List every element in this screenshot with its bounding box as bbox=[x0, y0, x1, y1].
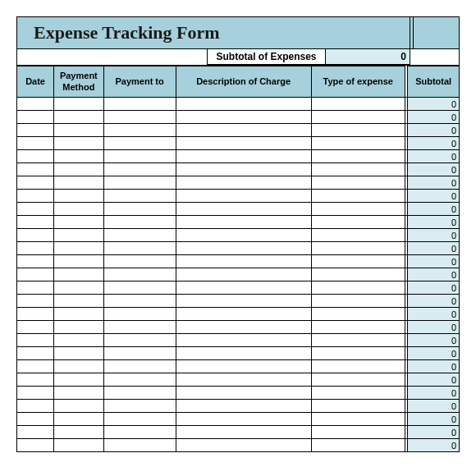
cell-type[interactable] bbox=[311, 242, 405, 255]
cell-desc[interactable] bbox=[176, 255, 311, 268]
cell-type[interactable] bbox=[311, 111, 405, 124]
cell-date[interactable] bbox=[17, 216, 54, 229]
cell-desc[interactable] bbox=[176, 268, 311, 281]
cell-method[interactable] bbox=[54, 124, 104, 137]
cell-method[interactable] bbox=[54, 255, 104, 268]
cell-date[interactable] bbox=[17, 334, 54, 347]
cell-date[interactable] bbox=[17, 400, 54, 413]
cell-payto[interactable] bbox=[103, 400, 176, 413]
cell-desc[interactable] bbox=[176, 216, 311, 229]
cell-type[interactable] bbox=[311, 387, 405, 400]
cell-desc[interactable] bbox=[176, 203, 311, 216]
cell-method[interactable] bbox=[54, 360, 104, 373]
cell-payto[interactable] bbox=[103, 190, 176, 203]
cell-method[interactable] bbox=[54, 268, 104, 281]
cell-date[interactable] bbox=[17, 124, 54, 137]
cell-payto[interactable] bbox=[103, 321, 176, 334]
cell-payto[interactable] bbox=[103, 150, 176, 163]
cell-desc[interactable] bbox=[176, 176, 311, 190]
cell-payto[interactable] bbox=[103, 295, 176, 308]
cell-method[interactable] bbox=[54, 439, 104, 452]
cell-date[interactable] bbox=[17, 255, 54, 268]
cell-date[interactable] bbox=[17, 229, 54, 242]
cell-payto[interactable] bbox=[103, 426, 176, 439]
cell-payto[interactable] bbox=[103, 124, 176, 137]
cell-type[interactable] bbox=[311, 439, 405, 452]
cell-date[interactable] bbox=[17, 190, 54, 203]
cell-payto[interactable] bbox=[103, 137, 176, 150]
cell-date[interactable] bbox=[17, 268, 54, 281]
cell-payto[interactable] bbox=[103, 347, 176, 360]
cell-desc[interactable] bbox=[176, 439, 311, 452]
cell-method[interactable] bbox=[54, 229, 104, 242]
cell-type[interactable] bbox=[311, 163, 405, 176]
cell-type[interactable] bbox=[311, 268, 405, 281]
cell-type[interactable] bbox=[311, 321, 405, 334]
cell-date[interactable] bbox=[17, 98, 54, 111]
cell-type[interactable] bbox=[311, 150, 405, 163]
cell-desc[interactable] bbox=[176, 137, 311, 150]
cell-desc[interactable] bbox=[176, 308, 311, 321]
cell-type[interactable] bbox=[311, 426, 405, 439]
cell-method[interactable] bbox=[54, 137, 104, 150]
cell-method[interactable] bbox=[54, 176, 104, 190]
cell-date[interactable] bbox=[17, 308, 54, 321]
cell-method[interactable] bbox=[54, 203, 104, 216]
cell-type[interactable] bbox=[311, 203, 405, 216]
cell-payto[interactable] bbox=[103, 360, 176, 373]
cell-payto[interactable] bbox=[103, 98, 176, 111]
cell-payto[interactable] bbox=[103, 203, 176, 216]
cell-date[interactable] bbox=[17, 360, 54, 373]
cell-date[interactable] bbox=[17, 295, 54, 308]
cell-payto[interactable] bbox=[103, 334, 176, 347]
cell-desc[interactable] bbox=[176, 400, 311, 413]
cell-type[interactable] bbox=[311, 124, 405, 137]
cell-desc[interactable] bbox=[176, 111, 311, 124]
cell-type[interactable] bbox=[311, 295, 405, 308]
cell-payto[interactable] bbox=[103, 255, 176, 268]
cell-payto[interactable] bbox=[103, 268, 176, 281]
cell-method[interactable] bbox=[54, 190, 104, 203]
cell-payto[interactable] bbox=[103, 163, 176, 176]
cell-method[interactable] bbox=[54, 321, 104, 334]
cell-date[interactable] bbox=[17, 242, 54, 255]
cell-desc[interactable] bbox=[176, 373, 311, 387]
cell-type[interactable] bbox=[311, 176, 405, 190]
cell-type[interactable] bbox=[311, 281, 405, 295]
cell-type[interactable] bbox=[311, 347, 405, 360]
cell-type[interactable] bbox=[311, 216, 405, 229]
cell-method[interactable] bbox=[54, 308, 104, 321]
cell-payto[interactable] bbox=[103, 281, 176, 295]
cell-type[interactable] bbox=[311, 98, 405, 111]
cell-method[interactable] bbox=[54, 242, 104, 255]
cell-date[interactable] bbox=[17, 321, 54, 334]
cell-method[interactable] bbox=[54, 373, 104, 387]
cell-desc[interactable] bbox=[176, 426, 311, 439]
cell-desc[interactable] bbox=[176, 98, 311, 111]
cell-desc[interactable] bbox=[176, 321, 311, 334]
cell-desc[interactable] bbox=[176, 163, 311, 176]
cell-date[interactable] bbox=[17, 137, 54, 150]
cell-desc[interactable] bbox=[176, 295, 311, 308]
cell-type[interactable] bbox=[311, 360, 405, 373]
cell-method[interactable] bbox=[54, 111, 104, 124]
cell-type[interactable] bbox=[311, 308, 405, 321]
cell-payto[interactable] bbox=[103, 216, 176, 229]
cell-desc[interactable] bbox=[176, 190, 311, 203]
cell-date[interactable] bbox=[17, 413, 54, 426]
cell-type[interactable] bbox=[311, 255, 405, 268]
cell-method[interactable] bbox=[54, 216, 104, 229]
cell-method[interactable] bbox=[54, 334, 104, 347]
cell-method[interactable] bbox=[54, 98, 104, 111]
cell-payto[interactable] bbox=[103, 439, 176, 452]
cell-payto[interactable] bbox=[103, 176, 176, 190]
cell-desc[interactable] bbox=[176, 229, 311, 242]
cell-method[interactable] bbox=[54, 163, 104, 176]
cell-date[interactable] bbox=[17, 387, 54, 400]
cell-desc[interactable] bbox=[176, 124, 311, 137]
cell-type[interactable] bbox=[311, 400, 405, 413]
cell-type[interactable] bbox=[311, 334, 405, 347]
cell-payto[interactable] bbox=[103, 413, 176, 426]
cell-date[interactable] bbox=[17, 426, 54, 439]
cell-method[interactable] bbox=[54, 413, 104, 426]
